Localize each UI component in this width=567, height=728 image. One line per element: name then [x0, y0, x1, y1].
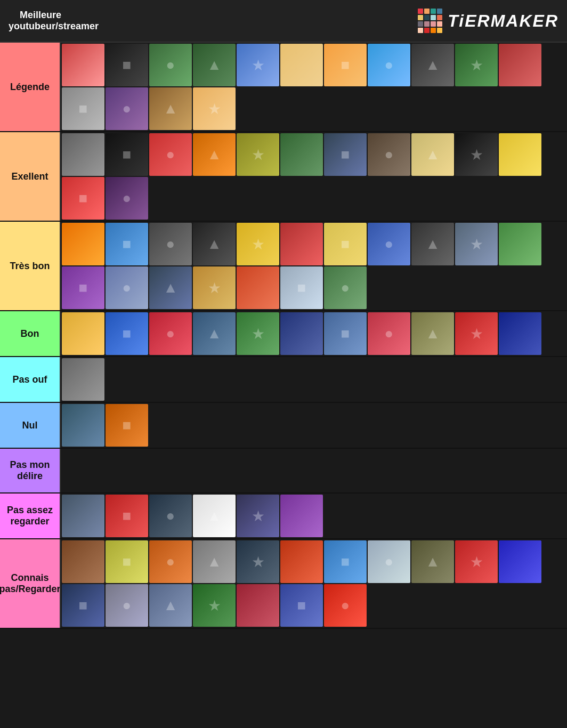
list-item[interactable]: ▲ — [411, 312, 454, 355]
list-item[interactable]: ■ — [62, 266, 104, 309]
list-item[interactable] — [499, 133, 541, 176]
list-item[interactable]: ▲ — [193, 133, 236, 176]
list-item[interactable]: ● — [324, 266, 367, 309]
list-item[interactable]: ★ — [455, 223, 498, 265]
list-item[interactable]: ● — [106, 87, 148, 130]
tier-list: Légende■●▲★■●▲★■●▲★Exellent■●▲★■●▲★■●Trè… — [0, 43, 567, 629]
list-item[interactable]: ▲ — [193, 540, 236, 583]
list-item[interactable]: ▲ — [149, 584, 192, 627]
list-item[interactable]: ■ — [106, 495, 148, 537]
list-item[interactable] — [280, 495, 323, 537]
list-item[interactable] — [499, 223, 541, 265]
list-item[interactable]: ● — [368, 540, 410, 583]
list-item[interactable]: ■ — [62, 584, 104, 627]
list-item[interactable]: ■ — [106, 540, 148, 583]
list-item[interactable] — [499, 44, 541, 86]
list-item[interactable]: ■ — [280, 584, 323, 627]
tier-row-pas-mon-delire: Pas mon délire — [0, 449, 567, 494]
list-item[interactable]: ★ — [455, 312, 498, 355]
list-item[interactable]: ▲ — [193, 312, 236, 355]
list-item[interactable]: ● — [149, 540, 192, 583]
tier-label-nul: Nul — [0, 403, 60, 448]
list-item[interactable]: ■ — [324, 312, 367, 355]
list-item[interactable]: ● — [106, 584, 148, 627]
list-item[interactable]: ★ — [455, 133, 498, 176]
tier-row-pas-ouf: Pas ouf — [0, 357, 567, 403]
header: Meilleure youtubeur/streamer TiERMAKER — [0, 0, 567, 43]
list-item[interactable]: ★ — [193, 584, 236, 627]
list-item[interactable] — [62, 404, 104, 447]
list-item[interactable] — [280, 540, 323, 583]
list-item[interactable]: ★ — [237, 133, 279, 176]
list-item[interactable]: ■ — [106, 133, 148, 176]
list-item[interactable]: ● — [106, 177, 148, 220]
list-item[interactable]: ▲ — [149, 266, 192, 309]
list-item[interactable]: ▲ — [193, 495, 236, 537]
list-item[interactable]: ▲ — [411, 44, 454, 86]
list-item[interactable]: ★ — [193, 266, 236, 309]
tier-content-exellent: ■●▲★■●▲★■● — [60, 132, 567, 221]
list-item[interactable] — [62, 312, 104, 355]
list-item[interactable] — [62, 44, 104, 86]
list-item[interactable]: ● — [149, 312, 192, 355]
list-item[interactable]: ■ — [62, 87, 104, 130]
list-item[interactable] — [62, 358, 104, 401]
list-item[interactable]: ★ — [237, 44, 279, 86]
list-item[interactable]: ★ — [193, 87, 236, 130]
list-item[interactable]: ● — [368, 133, 410, 176]
list-item[interactable]: ▲ — [193, 44, 236, 86]
list-item[interactable]: ● — [106, 266, 148, 309]
tier-label-tres-bon: Très bon — [0, 222, 60, 310]
list-item[interactable] — [280, 312, 323, 355]
list-item[interactable]: ● — [368, 312, 410, 355]
tier-row-exellent: Exellent■●▲★■●▲★■● — [0, 132, 567, 222]
tier-label-pas-mon-delire: Pas mon délire — [0, 449, 60, 492]
list-item[interactable]: ■ — [106, 223, 148, 265]
list-item[interactable] — [280, 133, 323, 176]
list-item[interactable] — [499, 312, 541, 355]
list-item[interactable]: ■ — [106, 404, 148, 447]
list-item[interactable]: ★ — [237, 540, 279, 583]
list-item[interactable]: ● — [149, 223, 192, 265]
list-item[interactable] — [62, 223, 104, 265]
list-item[interactable]: ● — [368, 44, 410, 86]
list-item[interactable]: ■ — [324, 223, 367, 265]
list-item[interactable] — [499, 540, 541, 583]
list-item[interactable]: ● — [149, 133, 192, 176]
list-item[interactable]: ■ — [324, 540, 367, 583]
list-item[interactable]: ■ — [106, 312, 148, 355]
list-item[interactable] — [62, 133, 104, 176]
list-item[interactable]: ▲ — [149, 87, 192, 130]
list-item[interactable]: ● — [324, 584, 367, 627]
list-item[interactable] — [62, 540, 104, 583]
tier-content-legende: ■●▲★■●▲★■●▲★ — [60, 43, 567, 131]
list-item[interactable]: ● — [149, 495, 192, 537]
tier-label-pas-assez: Pas assez regarder — [0, 494, 60, 538]
list-item[interactable]: ★ — [237, 223, 279, 265]
list-item[interactable]: ■ — [324, 44, 367, 86]
list-item[interactable]: ★ — [455, 540, 498, 583]
tier-label-pas-ouf: Pas ouf — [0, 357, 60, 402]
list-item[interactable] — [62, 495, 104, 537]
list-item[interactable]: ● — [368, 223, 410, 265]
list-item[interactable]: ■ — [62, 177, 104, 220]
tier-label-connais-pas: Connais pas/Regarder — [0, 539, 60, 628]
list-item[interactable]: ★ — [237, 495, 279, 537]
list-item[interactable]: ▲ — [193, 223, 236, 265]
list-item[interactable] — [280, 44, 323, 86]
list-item[interactable]: ● — [149, 44, 192, 86]
tier-content-bon: ■●▲★■●▲★ — [60, 311, 567, 356]
tier-content-tres-bon: ■●▲★■●▲★■●▲★■● — [60, 222, 567, 310]
tier-row-nul: Nul■ — [0, 403, 567, 449]
list-item[interactable] — [237, 584, 279, 627]
list-item[interactable]: ▲ — [411, 133, 454, 176]
list-item[interactable] — [237, 266, 279, 309]
list-item[interactable]: ■ — [280, 266, 323, 309]
list-item[interactable]: ■ — [106, 44, 148, 86]
list-item[interactable]: ▲ — [411, 223, 454, 265]
list-item[interactable]: ★ — [237, 312, 279, 355]
list-item[interactable]: ★ — [455, 44, 498, 86]
list-item[interactable] — [280, 223, 323, 265]
list-item[interactable]: ■ — [324, 133, 367, 176]
list-item[interactable]: ▲ — [411, 540, 454, 583]
